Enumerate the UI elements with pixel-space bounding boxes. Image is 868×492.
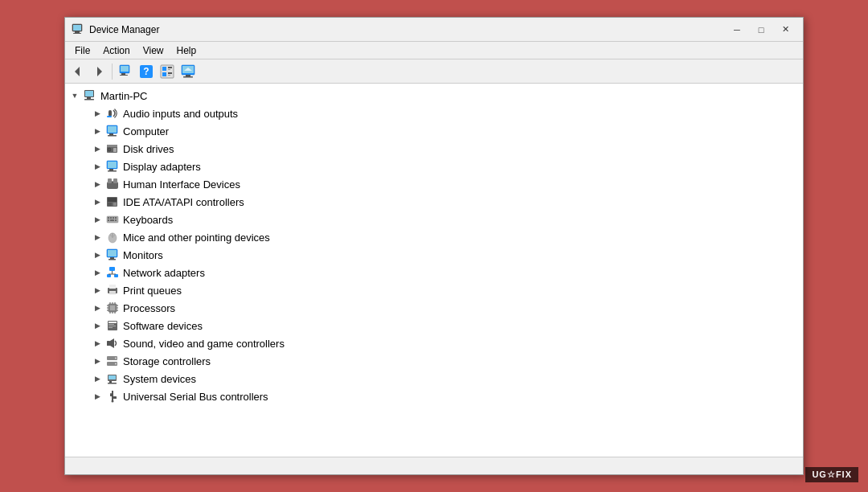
svg-rect-72: [109, 285, 116, 289]
svg-rect-31: [108, 126, 117, 133]
svg-rect-48: [108, 203, 112, 206]
svg-text:?: ?: [143, 66, 149, 77]
expand-arrow[interactable]: ▶: [91, 355, 104, 367]
help-button[interactable]: ?: [137, 62, 156, 81]
list-item[interactable]: ▶ Human Interface Devices: [65, 175, 803, 193]
title-bar: Device Manager ─ □ ✕: [65, 18, 803, 42]
network-icon: [105, 266, 120, 279]
svg-point-99: [115, 358, 117, 359]
list-item[interactable]: ▶ Monitors: [65, 246, 803, 264]
item-label: Network adapters: [123, 267, 205, 279]
expand-arrow[interactable]: ▶: [91, 195, 104, 208]
close-button[interactable]: ✕: [774, 22, 796, 38]
svg-rect-53: [113, 217, 114, 219]
menu-view[interactable]: View: [137, 43, 170, 58]
svg-rect-63: [110, 257, 114, 259]
monitor-button[interactable]: [178, 62, 198, 81]
expand-arrow[interactable]: ▶: [91, 301, 104, 314]
svg-point-100: [115, 363, 117, 365]
svg-rect-93: [108, 326, 116, 326]
svg-rect-43: [108, 178, 112, 183]
expand-arrow[interactable]: ▶: [91, 319, 104, 332]
expand-arrow[interactable]: ▶: [91, 372, 104, 385]
list-item[interactable]: ▶ Disk drives: [65, 140, 803, 158]
expand-arrow[interactable]: ▶: [91, 107, 104, 120]
expand-arrow[interactable]: ▶: [91, 125, 104, 137]
menu-file[interactable]: File: [68, 43, 96, 58]
expand-arrow[interactable]: ▶: [91, 248, 104, 261]
svg-rect-29: [107, 116, 112, 117]
expand-arrow[interactable]: ▶: [91, 390, 104, 403]
watermark: UG☆FIX: [805, 467, 858, 482]
monitor-icon: [105, 248, 120, 261]
forward-button[interactable]: [89, 62, 108, 81]
list-item[interactable]: ▶ Display adapters: [65, 158, 803, 175]
expand-arrow[interactable]: ▶: [91, 231, 104, 244]
svg-rect-36: [113, 148, 117, 152]
svg-rect-103: [109, 381, 112, 383]
list-item[interactable]: ▶ Sound, video and game controllers: [65, 334, 803, 352]
window-controls: ─ □ ✕: [726, 22, 796, 38]
device-manager-window: Device Manager ─ □ ✕ File Action View He…: [64, 17, 804, 475]
svg-rect-17: [168, 72, 172, 74]
list-item[interactable]: ▶ Computer: [65, 122, 803, 140]
svg-rect-35: [107, 145, 117, 147]
svg-rect-49: [113, 203, 117, 206]
svg-rect-75: [109, 293, 116, 294]
expand-arrow[interactable]: ▶: [91, 142, 104, 155]
svg-rect-13: [162, 67, 166, 71]
svg-rect-3: [73, 33, 81, 34]
list-item[interactable]: ▶ Mice and other pointing devices: [65, 228, 803, 246]
svg-rect-18: [168, 75, 170, 76]
list-item[interactable]: ▶ Print queues: [65, 281, 803, 299]
list-item[interactable]: ▶ Universal Serial Bus controllers: [65, 387, 803, 405]
root-node[interactable]: ▼ Martin-PC: [65, 87, 803, 105]
back-button[interactable]: [68, 62, 88, 81]
svg-rect-2: [75, 31, 80, 33]
toolbar-sep-1: [112, 64, 113, 80]
svg-rect-65: [109, 267, 115, 271]
list-item[interactable]: ▶: [65, 299, 803, 317]
list-item[interactable]: ▶ System devices: [65, 370, 803, 387]
list-item[interactable]: ▶ Storage controllers: [65, 352, 803, 370]
menu-help[interactable]: Help: [170, 43, 203, 58]
list-item[interactable]: ▶ Software devices: [65, 317, 803, 334]
expand-arrow[interactable]: ▶: [91, 284, 104, 297]
expand-arrow[interactable]: ▶: [91, 213, 104, 226]
svg-rect-56: [110, 219, 114, 221]
item-label: Audio inputs and outputs: [123, 108, 238, 120]
minimize-button[interactable]: ─: [726, 22, 748, 38]
menu-action[interactable]: Action: [96, 43, 136, 58]
hid-icon: [105, 178, 120, 191]
list-item[interactable]: ▶ IDE ATA/ATAPI controllers: [65, 193, 803, 211]
root-expand-arrow[interactable]: ▼: [68, 89, 81, 102]
list-item[interactable]: ▶ Audio inputs and outputs: [65, 105, 803, 122]
svg-rect-64: [108, 259, 116, 260]
svg-rect-66: [107, 274, 111, 277]
list-item[interactable]: ▶ Network adapters: [65, 264, 803, 281]
tree-view[interactable]: ▼ Martin-PC ▶: [65, 84, 803, 457]
expand-arrow[interactable]: ▶: [91, 337, 104, 350]
svg-rect-14: [168, 67, 172, 68]
svg-rect-54: [115, 217, 117, 219]
device-list-button[interactable]: [158, 62, 177, 81]
properties-button[interactable]: [116, 62, 135, 81]
item-label: Universal Serial Bus controllers: [123, 391, 268, 403]
expand-arrow[interactable]: ▶: [91, 266, 104, 279]
expand-arrow[interactable]: ▶: [91, 160, 104, 173]
svg-rect-57: [115, 219, 117, 221]
maximize-button[interactable]: □: [750, 22, 772, 38]
processor-icon: [105, 301, 120, 314]
menu-bar: File Action View Help: [65, 42, 803, 59]
item-label: Sound, video and game controllers: [123, 338, 285, 350]
svg-rect-40: [109, 169, 113, 170]
svg-rect-47: [108, 198, 117, 202]
list-item[interactable]: ▶ Keyboards: [65, 211, 803, 228]
title-text: Device Manager: [89, 24, 726, 35]
svg-marker-5: [97, 67, 102, 76]
expand-arrow[interactable]: ▶: [91, 178, 104, 191]
disk-icon: [105, 142, 120, 155]
software-icon: [105, 319, 120, 332]
item-label: Computer: [123, 125, 169, 137]
svg-rect-7: [121, 66, 129, 72]
